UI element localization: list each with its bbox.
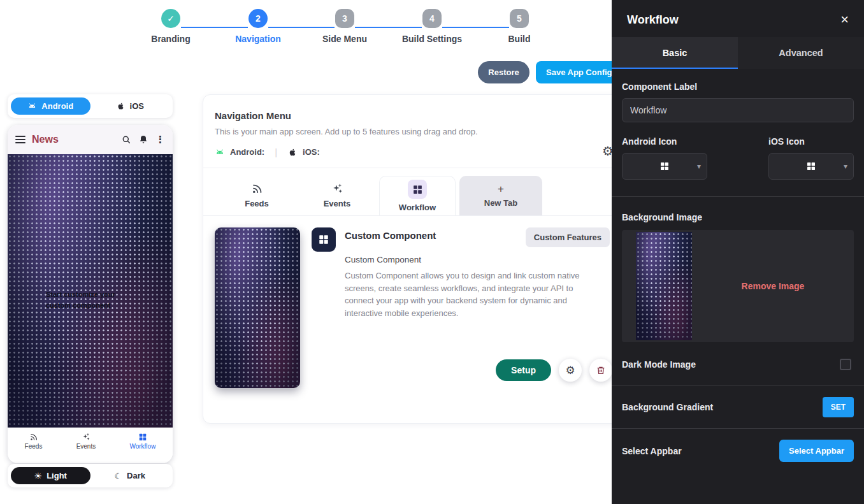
stepper: ✓ Branding 2 Navigation 3 Side Menu 4 Bu… [127, 9, 561, 55]
search-icon[interactable] [121, 134, 131, 145]
stepper-step-build[interactable]: 5 Build [475, 9, 564, 44]
kebab-menu-icon[interactable]: ⋮ [155, 134, 165, 145]
label-divider: | [275, 147, 277, 157]
gear-icon: ⚙ [565, 365, 575, 376]
component-label-heading: Component Label [622, 82, 854, 92]
ios-label: iOS: [303, 147, 320, 157]
theme-light-segment[interactable]: ☀ Light [11, 467, 90, 484]
phone-tab-label: Workflow [129, 443, 155, 450]
phone-tab-events[interactable]: Events [76, 433, 96, 450]
sun-icon: ☀ [34, 472, 43, 480]
phone-preview: News ⋮ Start customize your custom compo… [8, 125, 173, 463]
platform-ios-segment[interactable]: iOS [90, 97, 170, 115]
component-grid-icon [312, 227, 336, 252]
trash-icon [596, 365, 606, 375]
feature-tabs: Feeds Events Workflow + New Tab [203, 176, 630, 216]
ios-icon-select[interactable]: ▾ [768, 153, 854, 180]
android-icon [215, 147, 225, 157]
tab-events[interactable]: Events [299, 176, 375, 215]
phone-bottom-nav: Feeds Events Workflow [8, 428, 173, 454]
phone-tab-workflow[interactable]: Workflow [129, 433, 155, 450]
sparkle-icon [331, 183, 343, 195]
component-label-input[interactable] [622, 98, 854, 122]
card-title: Navigation Menu [215, 110, 619, 121]
theme-dark-segment[interactable]: ☾ Dark [90, 467, 170, 484]
grid-icon [659, 161, 670, 171]
component-delete-button[interactable] [589, 359, 612, 382]
stepper-step-build-settings[interactable]: 4 Build Settings [387, 9, 477, 44]
dark-mode-image-checkbox[interactable] [840, 359, 851, 370]
bell-icon[interactable] [138, 134, 148, 145]
android-icon-select[interactable]: ▾ [622, 153, 707, 180]
step-label: Branding [126, 34, 215, 44]
component-actions: Setup ⚙ [345, 359, 612, 382]
custom-features-badge[interactable]: Custom Features [526, 227, 610, 247]
platform-android-label: Android [41, 101, 73, 111]
stepper-step-side-menu[interactable]: 3 Side Menu [300, 9, 389, 44]
panel-tab-advanced[interactable]: Advanced [738, 37, 864, 69]
phone-screen-background: Start customize your custom component [8, 154, 173, 428]
panel-tab-basic[interactable]: Basic [612, 37, 738, 69]
close-icon[interactable]: × [840, 13, 849, 27]
phone-bottom-strip [8, 454, 173, 463]
tab-label: New Tab [484, 198, 518, 208]
moon-icon: ☾ [115, 472, 123, 480]
phone-tab-label: Feeds [25, 443, 43, 450]
menu-icon[interactable] [15, 134, 25, 145]
component-details: Custom Component Custom Features Custom … [345, 227, 619, 388]
background-gradient-label: Background Gradient [622, 402, 713, 412]
grid-icon [412, 184, 423, 195]
step-label: Build Settings [387, 34, 477, 44]
custom-component-row: Custom Component Custom Features Custom … [215, 227, 619, 388]
platform-android-segment[interactable]: Android [11, 97, 90, 115]
phone-tab-label: Events [76, 443, 96, 450]
grid-icon [318, 234, 329, 245]
background-gradient-row: Background Gradient SET [622, 386, 854, 428]
phone-appbar: News ⋮ [8, 125, 173, 154]
component-settings-button[interactable]: ⚙ [559, 359, 582, 382]
select-appbar-label: Select Appbar [622, 446, 682, 456]
component-preview-thumbnail [215, 227, 300, 388]
grid-icon [138, 433, 147, 442]
tab-label: Workflow [399, 203, 436, 212]
stepper-step-navigation[interactable]: 2 Navigation [213, 9, 303, 44]
navigation-menu-card: Navigation Menu This is your main app sc… [203, 94, 631, 424]
icon-selects-row: Android Icon ▾ iOS Icon ▾ [622, 136, 854, 180]
restore-button[interactable]: Restore [478, 61, 529, 83]
ios-icon-label: iOS Icon [768, 136, 854, 147]
platform-labels-row: Android: | iOS: [215, 147, 619, 157]
tab-feeds[interactable]: Feeds [219, 176, 295, 215]
step-done-check-icon: ✓ [161, 9, 180, 28]
phone-appbar-actions: ⋮ [121, 134, 165, 145]
apple-icon [116, 101, 126, 111]
tab-label: Events [324, 199, 351, 208]
step-label: Build [475, 34, 564, 44]
android-label: Android: [230, 147, 264, 157]
tab-workflow[interactable]: Workflow [379, 176, 456, 215]
sparkle-icon [82, 433, 90, 442]
ios-icon-column: iOS Icon ▾ [768, 136, 854, 180]
setup-button[interactable]: Setup [496, 359, 551, 381]
phone-app-title: News [32, 134, 59, 145]
rss-icon [251, 183, 263, 195]
workflow-settings-panel: Workflow × Basic Advanced Component Labe… [612, 0, 864, 504]
grid-icon [806, 161, 816, 171]
step-number: 2 [248, 9, 268, 28]
select-appbar-row: Select Appbar Select Appbar [622, 429, 854, 473]
set-gradient-button[interactable]: SET [823, 397, 854, 417]
dark-mode-image-label: Dark Mode Image [622, 359, 696, 370]
card-subtitle: This is your main app screen. Add up to … [215, 127, 619, 136]
android-icon [27, 101, 37, 111]
phone-tab-feeds[interactable]: Feeds [25, 433, 43, 450]
remove-image-link[interactable]: Remove Image [692, 281, 854, 291]
tab-label: Feeds [245, 199, 269, 208]
rss-icon [29, 433, 38, 442]
theme-light-label: Light [47, 471, 67, 480]
tab-new-tab[interactable]: + New Tab [459, 176, 542, 215]
platform-ios-label: iOS [130, 101, 144, 111]
stepper-step-branding[interactable]: ✓ Branding [126, 9, 215, 44]
overlay-line-2: custom component [46, 300, 115, 311]
card-divider [203, 168, 630, 168]
select-appbar-button[interactable]: Select Appbar [779, 440, 854, 462]
background-image-label: Background Image [622, 212, 854, 222]
